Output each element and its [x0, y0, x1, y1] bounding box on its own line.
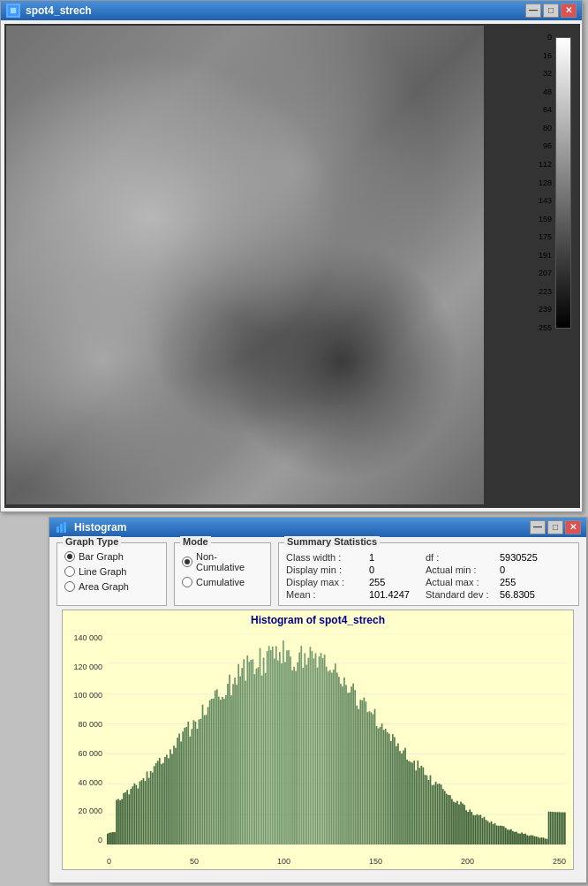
svg-rect-187	[418, 768, 420, 844]
svg-rect-1	[11, 8, 16, 13]
svg-rect-180	[406, 760, 408, 844]
svg-rect-95	[254, 674, 256, 844]
minimize-button[interactable]: —	[525, 4, 541, 18]
svg-rect-88	[241, 668, 243, 844]
svg-rect-214	[467, 812, 469, 844]
scale-label-80: 80	[539, 124, 552, 133]
close-button[interactable]: ✕	[561, 4, 577, 18]
non-cumulative-radio[interactable]	[182, 557, 192, 567]
main-titlebar: spot4_strech — □ ✕	[1, 1, 582, 20]
scale-label-175: 175	[539, 232, 552, 242]
svg-rect-16	[112, 832, 114, 844]
svg-rect-109	[279, 652, 281, 844]
svg-rect-66	[202, 705, 204, 844]
svg-rect-77	[222, 697, 223, 844]
cumulative-option[interactable]: Cumulative	[182, 577, 263, 587]
scale-label-159: 159	[539, 215, 552, 224]
svg-rect-25	[128, 794, 130, 844]
svg-rect-176	[399, 751, 401, 844]
svg-rect-103	[268, 646, 270, 844]
area-graph-radio[interactable]	[64, 581, 75, 592]
line-graph-option[interactable]: Line Graph	[64, 566, 159, 577]
histogram-window: Histogram — □ ✕ Graph Type Bar Graph Lin…	[49, 517, 587, 883]
svg-rect-262	[554, 812, 555, 844]
hist-close-button[interactable]: ✕	[565, 520, 581, 534]
svg-rect-188	[420, 766, 422, 844]
svg-rect-152	[356, 706, 358, 844]
scale-label-32: 32	[539, 69, 552, 79]
svg-rect-189	[423, 768, 425, 844]
svg-rect-248	[528, 836, 530, 844]
hist-minimize-button[interactable]: —	[530, 520, 546, 534]
svg-rect-171	[390, 741, 392, 844]
svg-rect-170	[388, 734, 390, 844]
svg-rect-211	[462, 804, 464, 844]
dot-marker	[557, 342, 561, 345]
actual-max-val: 255	[500, 577, 570, 587]
svg-rect-256	[543, 837, 545, 844]
svg-rect-116	[291, 670, 293, 844]
line-graph-radio[interactable]	[64, 566, 75, 577]
svg-rect-154	[359, 700, 361, 844]
svg-rect-207	[455, 803, 456, 844]
bar-graph-radio[interactable]	[64, 551, 75, 562]
svg-rect-94	[253, 659, 254, 844]
svg-rect-229	[494, 823, 496, 844]
svg-rect-178	[403, 751, 404, 844]
svg-rect-101	[265, 673, 267, 844]
svg-rect-173	[394, 737, 396, 844]
y-label-100000: 100 000	[73, 691, 105, 700]
svg-rect-146	[345, 685, 347, 844]
maximize-button[interactable]: □	[543, 4, 559, 18]
hist-maximize-button[interactable]: □	[547, 520, 563, 534]
bar-graph-option[interactable]: Bar Graph	[64, 551, 159, 562]
satellite-canvas	[6, 26, 484, 504]
chart-bars-area: placeholder	[107, 633, 566, 844]
svg-rect-114	[288, 650, 290, 844]
x-label-100: 100	[277, 857, 290, 866]
svg-rect-228	[493, 824, 494, 844]
svg-rect-93	[251, 660, 253, 844]
svg-rect-191	[426, 776, 428, 844]
non-cumulative-option[interactable]: Non-Cumulative	[182, 551, 263, 572]
svg-rect-91	[246, 655, 248, 844]
svg-rect-124	[305, 664, 307, 844]
display-max-key: Display max :	[286, 577, 366, 587]
svg-rect-137	[329, 670, 331, 844]
svg-rect-232	[500, 826, 501, 844]
svg-rect-205	[451, 799, 453, 844]
stats-table: Class width : 1 df : 5930525 Display min…	[286, 552, 571, 600]
svg-rect-56	[184, 728, 185, 844]
x-label-200: 200	[461, 857, 474, 866]
svg-rect-34	[145, 781, 147, 844]
svg-rect-227	[491, 822, 493, 844]
svg-rect-258	[547, 839, 548, 844]
area-graph-option[interactable]: Area Graph	[64, 581, 159, 592]
cumulative-radio[interactable]	[182, 577, 192, 587]
svg-rect-251	[533, 837, 535, 844]
svg-rect-201	[444, 791, 446, 844]
scale-label-64: 64	[539, 105, 552, 115]
class-width-val: 1	[369, 552, 422, 563]
std-key: Standard dev :	[426, 589, 496, 600]
svg-rect-134	[324, 655, 326, 844]
svg-rect-30	[138, 789, 139, 844]
svg-rect-208	[456, 801, 458, 844]
svg-rect-115	[290, 656, 291, 844]
x-label-50: 50	[190, 857, 199, 866]
svg-rect-20	[119, 800, 121, 844]
svg-rect-186	[417, 761, 418, 844]
actual-min-key: Actual min :	[426, 564, 496, 575]
scale-label-191: 191	[539, 251, 552, 261]
svg-rect-242	[517, 833, 519, 844]
svg-rect-126	[310, 647, 312, 844]
scale-label-112: 112	[539, 160, 552, 170]
svg-rect-50	[173, 746, 175, 844]
svg-rect-263	[555, 812, 557, 844]
mean-key: Mean :	[286, 589, 366, 600]
y-label-0: 0	[98, 836, 105, 844]
graph-type-panel: Graph Type Bar Graph Line Graph Area Gra…	[57, 542, 167, 606]
svg-rect-265	[559, 812, 561, 844]
chart-title: Histogram of spot4_strech	[63, 610, 573, 628]
svg-rect-104	[270, 650, 272, 844]
